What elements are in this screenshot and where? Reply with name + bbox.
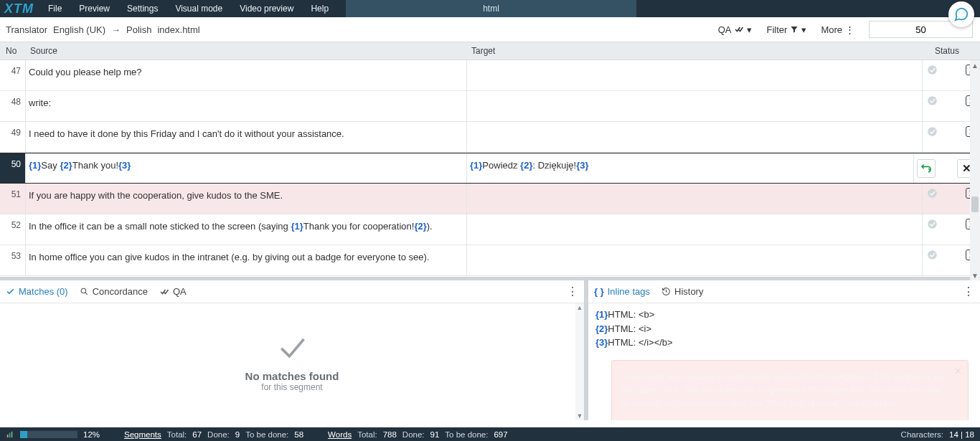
tab-matches[interactable]: Matches (0) [6, 286, 68, 297]
scroll-up-icon[interactable]: ▲ [970, 60, 980, 70]
inline-tag: {2} [520, 160, 532, 171]
seg-done: 9 [235, 430, 240, 439]
status-bar: 12% Segments Total:67 Done:9 To be done:… [0, 427, 980, 441]
document-tab[interactable]: html [346, 0, 636, 17]
inline-tag-row: {3}HTML: </i></b> [595, 336, 973, 350]
w-total: 788 [383, 430, 397, 439]
source-cell[interactable]: I need to have it done by this Friday an… [26, 122, 467, 152]
scroll-down-icon[interactable]: ▼ [970, 270, 980, 280]
source-cell[interactable]: write: [26, 91, 467, 121]
segment-row[interactable]: 49I need to have it done by this Friday … [0, 122, 980, 153]
target-cell[interactable] [467, 214, 923, 245]
segment-number: 50 [0, 153, 26, 183]
source-cell[interactable]: In home office you can give kudos in the… [26, 245, 467, 275]
tab-history[interactable]: History [661, 286, 703, 297]
status-check-icon [927, 188, 938, 199]
source-cell[interactable]: {1}Say {2}Thank you!{3} [26, 153, 467, 183]
segment-number: 49 [0, 122, 26, 152]
menu-settings[interactable]: Settings [118, 0, 166, 17]
svg-point-4 [928, 219, 937, 229]
segment-grid: 47Could you please help me?148write:149I… [0, 60, 980, 280]
w-done: 91 [430, 430, 440, 439]
tags-icon: { } [594, 286, 604, 297]
menu-preview[interactable]: Preview [70, 0, 118, 17]
svg-rect-9 [9, 432, 11, 437]
progress-bar [20, 431, 77, 438]
inline-tag-row: {1}HTML: <b> [595, 308, 973, 322]
segment-number: 48 [0, 91, 26, 121]
tab-concordance[interactable]: Concordance [80, 286, 148, 297]
menu-help[interactable]: Help [302, 0, 337, 17]
tab-inline-tags[interactable]: { } Inline tags [594, 286, 650, 297]
qa-button[interactable]: QA ▾ [718, 24, 753, 35]
w-total-label: Total: [357, 430, 377, 439]
inline-tag: {2} [414, 221, 426, 232]
arrow-right-icon: → [111, 24, 121, 35]
status-check-icon [927, 250, 938, 260]
column-header-status: Status [914, 46, 980, 56]
progress-percent: 12% [83, 430, 100, 439]
w-done-label: Done: [402, 430, 425, 439]
seg-total: 67 [192, 430, 202, 439]
segment-row[interactable]: 48write:1 [0, 91, 980, 122]
svg-point-6 [81, 288, 86, 293]
segment-row[interactable]: 47Could you please help me?1 [0, 60, 980, 91]
target-language: Polish [126, 24, 151, 35]
segment-row[interactable]: 50{1}Say {2}Thank you!{3}{1}Powiedz {2}:… [0, 153, 980, 184]
help-bubble-icon[interactable] [948, 1, 974, 27]
words-label[interactable]: Words [328, 430, 352, 439]
column-header-row: No Source Target Status [0, 42, 980, 60]
segment-scrollbar[interactable]: ▲ ▼ [970, 60, 980, 280]
menubar: XTM FilePreviewSettingsVisual modeVideo … [0, 0, 980, 17]
menu-video-preview[interactable]: Video preview [231, 0, 302, 17]
seg-total-label: Total: [167, 430, 187, 439]
segment-row[interactable]: 53In home office you can give kudos in t… [0, 245, 980, 276]
bottom-panels: Matches (0) Concordance QA ⋮ No matches … [0, 280, 980, 420]
no-matches-subtitle: for this segment [261, 382, 322, 392]
chars-value: 14 | 18 [949, 430, 974, 439]
segment-row[interactable]: 51If you are happy with the cooperation,… [0, 184, 980, 214]
seg-done-label: Done: [207, 430, 230, 439]
target-cell[interactable] [467, 184, 923, 214]
w-todo: 697 [494, 430, 507, 439]
segment-number: 51 [0, 184, 26, 214]
svg-line-7 [85, 293, 87, 295]
panel-menu-button[interactable]: ⋮ [963, 285, 974, 298]
target-cell[interactable] [467, 60, 923, 90]
target-cell[interactable] [467, 245, 923, 275]
context-bar: Translator English (UK) → Polish index.h… [0, 17, 980, 42]
filter-button[interactable]: Filter ▾ [766, 24, 806, 35]
svg-point-3 [928, 189, 937, 198]
segment-number: 53 [0, 245, 26, 275]
w-todo-label: To be done: [445, 430, 488, 439]
menu-file[interactable]: File [39, 0, 70, 17]
menu-visual-mode[interactable]: Visual mode [166, 0, 231, 17]
inline-tag: {3} [576, 160, 588, 171]
tab-qa[interactable]: QA [159, 286, 187, 297]
seg-todo-label: To be done: [245, 430, 288, 439]
target-cell[interactable] [467, 91, 923, 121]
confirm-segment-button[interactable] [917, 159, 936, 178]
inline-tag: {1} [291, 221, 303, 232]
segment-number: 52 [0, 214, 26, 245]
target-cell[interactable]: {1}Powiedz {2}: Dziękuję!{3} [467, 153, 914, 183]
panel-menu-button[interactable]: ⋮ [567, 285, 578, 298]
segment-number: 47 [0, 60, 26, 90]
source-cell[interactable]: In the office it can be a small note sti… [26, 214, 467, 245]
chart-icon [6, 431, 14, 438]
svg-point-0 [928, 65, 937, 75]
segments-label[interactable]: Segments [124, 430, 161, 439]
source-cell[interactable]: If you are happy with the cooperation, g… [26, 184, 467, 214]
source-cell[interactable]: Could you please help me? [26, 60, 467, 90]
chars-label: Characters: [901, 430, 943, 439]
seg-todo: 58 [294, 430, 303, 439]
close-icon[interactable]: ✕ [954, 365, 962, 379]
more-button[interactable]: More ⋮ [821, 24, 854, 35]
target-cell[interactable] [467, 122, 923, 152]
role-label: Translator [6, 24, 47, 35]
scroll-thumb[interactable] [971, 196, 979, 212]
svg-point-2 [928, 127, 937, 136]
svg-point-5 [928, 250, 937, 260]
segment-row[interactable]: 52In the office it can be a small note s… [0, 214, 980, 245]
left-panel-scrollbar[interactable]: ▲▼ [575, 303, 584, 420]
